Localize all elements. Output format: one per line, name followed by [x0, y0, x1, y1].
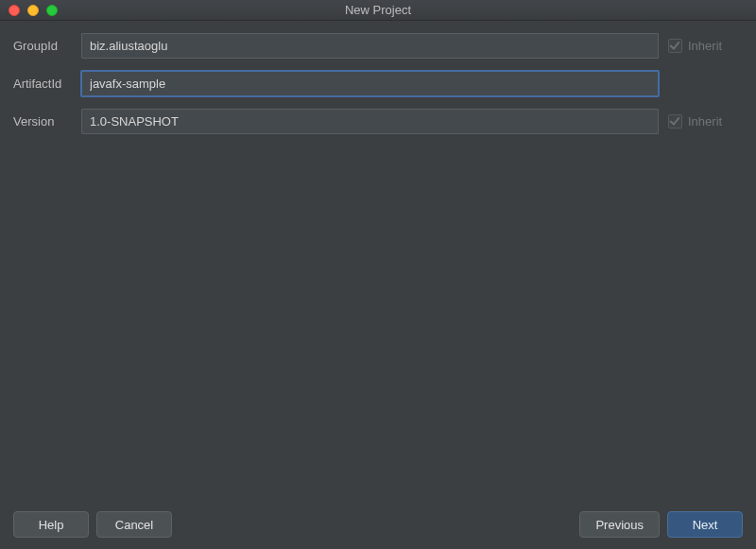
minimize-icon[interactable]	[27, 5, 39, 16]
version-inherit-checkbox	[668, 114, 682, 129]
groupid-inherit: Inherit	[668, 39, 743, 53]
artifactid-input[interactable]	[81, 71, 659, 96]
window-controls	[9, 5, 58, 16]
zoom-icon[interactable]	[46, 5, 58, 16]
artifactid-label: ArtifactId	[13, 77, 81, 91]
titlebar: New Project	[0, 0, 756, 21]
groupid-label: GroupId	[13, 39, 81, 53]
previous-button[interactable]: Previous	[579, 511, 660, 538]
help-button[interactable]: Help	[13, 511, 89, 538]
groupid-input[interactable]	[81, 33, 659, 59]
version-label: Version	[13, 114, 81, 129]
version-inherit-label: Inherit	[688, 114, 722, 129]
groupid-inherit-checkbox	[668, 39, 682, 53]
groupid-row: GroupId Inherit	[13, 32, 743, 59]
artifactid-row: ArtifactId	[13, 70, 743, 96]
groupid-inherit-label: Inherit	[688, 39, 722, 53]
close-icon[interactable]	[9, 5, 20, 16]
form-content: GroupId Inherit ArtifactId Version Inher…	[0, 21, 756, 500]
next-button[interactable]: Next	[667, 511, 743, 538]
cancel-button[interactable]: Cancel	[96, 511, 172, 538]
version-inherit: Inherit	[668, 114, 743, 129]
window-title: New Project	[0, 3, 756, 17]
version-input[interactable]	[81, 109, 659, 134]
footer: Help Cancel Previous Next	[0, 500, 756, 549]
version-row: Version Inherit	[13, 108, 743, 134]
